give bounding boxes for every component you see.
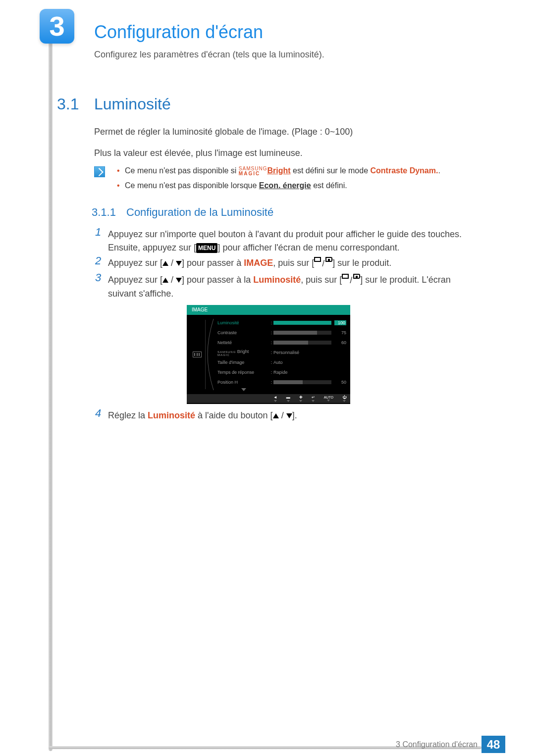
image-category-icon [193,352,202,357]
side-rail [49,13,53,751]
luminosite-label: Luminosité [253,275,301,285]
image-label: IMAGE [244,258,273,268]
up-icon [162,278,168,283]
subsection-title: Configuration de la Luminosité [126,206,273,219]
note-item: Ce menu n'est pas disponible si SAMSUNGM… [117,166,440,176]
osd-row-magic-bright: SAMSUNGMAGIC Bright: Personnalisé [217,348,346,357]
step-text: Appuyez sur [ / ] pour passer à IMAGE, p… [108,256,471,270]
up-icon [273,413,279,418]
osd-curve [207,319,214,390]
osd-back-icon: ◄ [273,396,277,402]
body-paragraph: Plus la valeur est élevée, plus l'image … [94,147,303,159]
luminosite-label: Luminosité [148,410,195,420]
scroll-down-icon [241,388,246,391]
econ-energie-link[interactable]: Econ. énergie [259,181,311,190]
chapter-title: Configuration d'écran [94,22,263,43]
bright-link[interactable]: Bright [267,166,290,175]
up-icon [162,261,168,266]
note-icon [94,166,105,177]
step-text: Réglez la Luminosité à l'aide du bouton … [108,409,471,422]
note-list: Ce menu n'est pas disponible si SAMSUNGM… [117,166,440,195]
osd-row-taille: Taille d'image: Auto [217,357,346,367]
chapter-number: 3 [49,12,64,40]
osd-row-position-h: Position H: 50 [217,377,346,387]
contrast-dynam-text: Contraste Dynam. [371,166,438,175]
section-number: 3.1 [57,95,79,113]
osd-menu-screenshot: IMAGE Luminosité: 100 Contraste: 75 Nett… [187,305,350,404]
samsung-magic-logo: SAMSUNGMAGIC [239,166,268,176]
footer-chapter-label: 3 Configuration d'écran [396,740,478,749]
body-paragraph: Permet de régler la luminosité globale d… [94,125,353,138]
osd-minus-icon: ▬ [286,396,290,402]
osd-row-contraste: Contraste: 75 [217,328,346,338]
step-number: 1 [95,226,101,239]
osd-header: IMAGE [187,305,350,315]
chapter-badge: 3 [40,9,74,44]
subsection-number: 3.1.1 [92,206,116,219]
osd-enter-icon: ↵ [312,396,315,402]
down-icon [176,278,182,283]
osd-plus-icon: ✚ [299,396,303,402]
source-enter-icon: / [314,257,332,270]
osd-power-icon: ⏻ [342,396,346,402]
osd-footer: ◄ ▬ ✚ ↵ AUTO ⏻ [187,394,350,403]
step-text: Appuyez sur n'importe quel bouton à l'av… [108,228,471,254]
menu-button-icon: MENU [196,243,217,253]
step-number: 3 [95,271,101,284]
step-number: 4 [95,407,101,420]
step-number: 2 [95,254,101,267]
down-icon [176,261,182,266]
section-title: Luminosité [94,95,171,113]
source-enter-icon: / [342,274,360,287]
note-item: Ce menu n'est pas disponible lorsque Eco… [117,181,440,190]
osd-row-luminosite: Luminosité: 100 [217,318,346,328]
osd-row-nettete: Netteté: 60 [217,338,346,348]
osd-row-temps: Temps de réponse: Rapide [217,367,346,377]
chapter-subtitle: Configurez les paramètres d'écran (tels … [94,50,324,60]
osd-auto-label: AUTO [324,396,333,402]
down-icon [286,413,292,418]
step-text: Appuyez sur [ / ] pour passer à la Lumin… [108,273,471,301]
osd-category-panel [189,320,206,389]
page-number: 48 [482,736,505,753]
